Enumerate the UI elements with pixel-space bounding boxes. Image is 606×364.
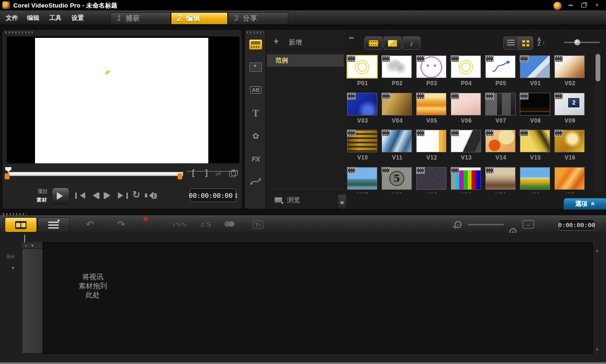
go-to-start-button[interactable] [73, 190, 87, 201]
menu-edit[interactable]: 编辑 [27, 14, 39, 22]
add-category-row[interactable]: + 新增 [266, 36, 344, 50]
thumbnail[interactable] [485, 167, 516, 190]
menu-tools[interactable]: 工具 [49, 14, 62, 22]
timeline-scroll-up[interactable]: ▲ [595, 248, 599, 253]
thumbnail[interactable] [451, 55, 481, 78]
filter-video-button[interactable] [365, 36, 383, 50]
play-button[interactable] [52, 187, 70, 204]
menu-file[interactable]: 文件 [6, 14, 18, 22]
library-item-V18[interactable]: 5V18 [382, 167, 413, 193]
timeline-view-button[interactable] [37, 217, 70, 232]
subtitle-button[interactable]: T≡ [253, 221, 263, 229]
thumbnail[interactable]: 5 [382, 167, 412, 190]
storyboard-view-button[interactable] [5, 217, 37, 232]
library-item-I01[interactable]: I01 [520, 167, 551, 193]
thumbnail[interactable] [416, 93, 446, 115]
thumbnail[interactable] [347, 93, 377, 115]
tab-capture[interactable]: 1 捕获 [110, 12, 171, 25]
library-item-V11[interactable]: V11 [382, 130, 413, 161]
filter-photo-button[interactable] [383, 36, 401, 50]
tab-edit[interactable]: 2 编辑 [171, 12, 228, 25]
options-button[interactable]: 選項 « [563, 198, 606, 210]
timecode-spinner[interactable]: ▲▼ [235, 192, 237, 199]
tab-share[interactable]: 3 分享 [228, 12, 288, 25]
thumbnail[interactable] [451, 167, 481, 190]
library-item-V09[interactable]: 2V09 [554, 93, 586, 124]
track-header-controls[interactable]: ＋▾ [22, 242, 43, 249]
graphic-tab[interactable]: ✿ [249, 130, 263, 142]
list-view-button[interactable] [503, 36, 518, 50]
thumbnail[interactable] [554, 130, 585, 152]
library-item-V16[interactable]: V16 [554, 130, 586, 161]
path-tab[interactable] [249, 175, 263, 187]
library-item-V12[interactable]: V12 [416, 130, 447, 161]
corel-guide-icon[interactable] [553, 1, 562, 10]
auto-music-button[interactable]: ♬S [200, 220, 211, 228]
collapse-library-button[interactable]: « [338, 194, 346, 209]
thumbnail[interactable] [520, 93, 550, 115]
library-item-V20[interactable]: V20 [451, 167, 482, 193]
library-item-V14[interactable]: V14 [485, 130, 517, 161]
sort-button[interactable]: AZ ↓ [537, 37, 541, 46]
library-item-V13[interactable]: V13 [451, 130, 482, 161]
menu-settings[interactable]: 设置 [71, 14, 84, 22]
library-item-V08[interactable]: V08 [520, 93, 551, 124]
clip-mode-label[interactable]: 素材 [36, 196, 47, 204]
ripple-edit-icon[interactable]: ⎘≡ [7, 254, 15, 260]
thumbnail-size-slider[interactable] [564, 42, 600, 43]
thumbnail[interactable] [485, 93, 516, 115]
library-item-V03[interactable]: V03 [347, 93, 378, 124]
preview-timecode[interactable]: 00:00:00:00 ▲▼ [190, 188, 236, 202]
library-item-V15[interactable]: V15 [520, 130, 551, 161]
media-tab[interactable] [249, 38, 263, 51]
library-scrollbar-thumb[interactable] [596, 54, 600, 81]
thumbnail[interactable] [554, 167, 585, 190]
thumbnail[interactable] [382, 55, 412, 78]
thumbnail[interactable] [347, 130, 377, 152]
enlarge-preview-button[interactable] [229, 171, 236, 177]
filter-audio-button[interactable]: ♪ [402, 36, 420, 50]
volume-button[interactable]: ))) [143, 190, 158, 201]
thumbnail[interactable] [485, 55, 516, 78]
library-item-V06[interactable]: V06 [451, 93, 482, 124]
thumbnail[interactable] [520, 55, 550, 78]
go-to-end-button[interactable] [116, 190, 129, 201]
panel-drag-handle[interactable] [247, 31, 264, 34]
thumbnail[interactable] [347, 167, 377, 190]
library-item-V02[interactable]: V02 [554, 55, 586, 87]
thumbnail[interactable] [382, 130, 412, 152]
library-item-V19[interactable]: V19 [416, 167, 447, 193]
grid-view-button[interactable] [518, 36, 533, 50]
zoom-out-button[interactable]: – [454, 221, 462, 228]
library-item-V04[interactable]: V04 [382, 93, 413, 124]
thumbnail[interactable] [416, 167, 446, 190]
library-scrollbar[interactable] [595, 53, 601, 193]
trim-end-handle[interactable] [178, 173, 182, 179]
close-button[interactable]: × [591, 1, 603, 9]
filter-tab[interactable]: FX [249, 152, 263, 165]
library-item-P05[interactable]: P05 [485, 55, 517, 87]
project-mode-label[interactable]: 项目 [37, 188, 48, 195]
thumbnail[interactable] [520, 167, 550, 190]
previous-frame-button[interactable] [88, 190, 101, 201]
scrubber-track[interactable] [8, 172, 183, 176]
library-item-I02[interactable]: I02 [554, 167, 586, 193]
thumbnail[interactable] [416, 130, 446, 152]
library-item-V05[interactable]: V05 [416, 93, 447, 124]
library-item-V01[interactable]: V01 [520, 55, 551, 87]
instant-project-tab[interactable] [249, 61, 263, 73]
playhead-marker[interactable] [5, 167, 11, 172]
library-item-P04[interactable]: P04 [451, 55, 482, 87]
library-item-V07[interactable]: V07 [485, 93, 517, 124]
timeline-scroll-down[interactable]: ▼ [595, 347, 599, 352]
mark-in-button[interactable]: [ [191, 169, 196, 178]
restore-button[interactable] [578, 1, 590, 9]
transition-tab[interactable]: AB [249, 84, 263, 96]
video-track-header[interactable] [22, 249, 44, 354]
thumbnail[interactable] [347, 55, 378, 79]
video-track-area[interactable]: 将视讯 素材拖到 此处 [43, 242, 593, 354]
title-tab[interactable]: T [249, 107, 263, 119]
library-item-P02[interactable]: P02 [382, 55, 413, 87]
library-item-P01[interactable]: P01 [347, 55, 378, 87]
redo-button[interactable]: ↷ [116, 219, 127, 230]
